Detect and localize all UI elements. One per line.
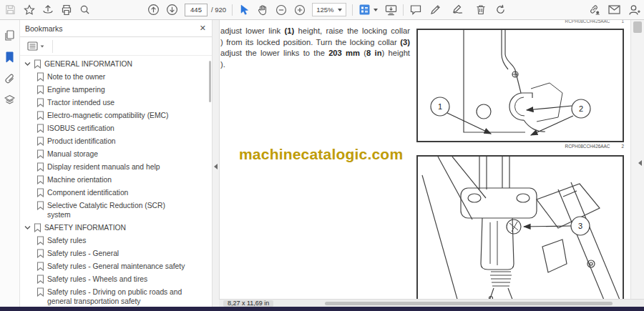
sign-icon[interactable] xyxy=(449,4,465,16)
chevron-down-icon[interactable] xyxy=(374,9,378,11)
toolbar: 445 / 920 125% xyxy=(0,0,644,20)
page-down-icon[interactable] xyxy=(166,4,178,16)
bookmark-item[interactable]: Safety rules xyxy=(20,236,212,245)
bookmarks-options-button[interactable] xyxy=(25,40,47,52)
bookmark-item-label: Electro-magnetic compatibility (EMC) xyxy=(47,111,168,120)
bookmark-item-label: ISOBUS certification xyxy=(47,124,114,133)
comment-icon[interactable] xyxy=(409,4,421,16)
bookmark-icon xyxy=(36,149,44,159)
save-icon[interactable] xyxy=(4,4,16,16)
bookmark-icon xyxy=(34,223,42,232)
callout-2-label: 2 xyxy=(579,104,583,113)
page-up-icon[interactable] xyxy=(147,4,160,16)
collapse-panel-button[interactable] xyxy=(213,162,219,172)
bookmark-item[interactable]: Safety rules - General maintenance safet… xyxy=(20,262,212,271)
bookmark-item[interactable]: Engine tampering xyxy=(20,85,212,94)
bookmark-icon xyxy=(36,137,44,146)
search-icon[interactable] xyxy=(79,4,91,16)
attachments-icon[interactable] xyxy=(4,72,16,84)
rotate-icon[interactable] xyxy=(494,4,507,16)
figure-code: RCPH08CCH425AAC xyxy=(565,20,610,24)
bookmarks-panel: Bookmarks ✕ GENERAL INFORMATION Note to … xyxy=(20,20,213,307)
bookmarks-icon[interactable] xyxy=(4,51,16,63)
bookmark-item[interactable]: Tractor intended use xyxy=(20,98,212,107)
bookmarks-options-row xyxy=(20,37,212,56)
bookmark-item-label: Safety rules - Wheels and tires xyxy=(47,275,147,284)
horizontal-scrollbar-thumb[interactable] xyxy=(325,302,613,305)
bookmark-item-label: Machine orientation xyxy=(47,175,112,184)
bookmark-item-label: Manual storage xyxy=(47,149,98,159)
page-view-icon[interactable] xyxy=(358,4,371,16)
bookmark-icon xyxy=(36,98,44,107)
figure-number: 1 xyxy=(621,20,624,24)
figure-code: RCPH08CCH426AAC xyxy=(565,144,610,149)
vertical-scrollbar[interactable] xyxy=(630,20,644,299)
figure-1: 1 2 xyxy=(416,29,624,142)
chevron-left-icon xyxy=(214,164,218,169)
tools-panel-collapse-button[interactable] xyxy=(635,157,644,169)
bookmark-section[interactable]: GENERAL INFORMATION xyxy=(20,59,212,69)
zoom-level-select[interactable]: 125% xyxy=(312,3,346,16)
taskbar-edge xyxy=(0,307,644,311)
bookmark-item[interactable]: Machine orientation xyxy=(20,175,212,184)
bookmarks-tree: GENERAL INFORMATION Note to the owner En… xyxy=(20,56,212,307)
bookmark-item[interactable]: Product identification xyxy=(20,137,212,146)
bookmark-item[interactable]: Safety rules - General xyxy=(20,249,212,258)
hand-icon[interactable] xyxy=(256,4,268,16)
chevron-down-icon[interactable] xyxy=(24,224,31,231)
bookmarks-panel-title: Bookmarks xyxy=(25,24,63,33)
star-icon[interactable] xyxy=(23,4,35,16)
bookmark-item[interactable]: Display resident manuals and help xyxy=(20,162,212,172)
bookmark-item-label: Note to the owner xyxy=(47,72,105,82)
vertical-scrollbar-thumb[interactable] xyxy=(633,21,642,33)
trash-icon[interactable] xyxy=(474,4,487,16)
document-page[interactable]: RCPH08CCH425AAC 1 adjust lower link (1) … xyxy=(220,20,630,299)
callout-1-label: 1 xyxy=(438,102,442,111)
bookmark-item[interactable]: Electro-magnetic compatibility (EMC) xyxy=(20,111,212,120)
bookmark-item[interactable]: Safety rules - Wheels and tires xyxy=(20,275,212,284)
bookmark-section[interactable]: SAFETY INFORMATION xyxy=(20,223,212,232)
bookmark-icon xyxy=(36,201,44,210)
share-upload-icon[interactable] xyxy=(42,4,54,16)
bookmark-icon xyxy=(36,188,44,197)
pencil-icon[interactable] xyxy=(429,4,441,16)
page-thumbnails-icon[interactable] xyxy=(4,29,16,41)
bookmark-item-label: Safety rules xyxy=(47,236,86,245)
add-person-icon[interactable] xyxy=(628,4,640,16)
layers-icon[interactable] xyxy=(4,94,16,106)
body-paragraph: adjust lower link (1) height, raise the … xyxy=(220,26,410,70)
bookmark-item[interactable]: Safety rules - Driving on public roads a… xyxy=(20,287,212,306)
chevron-left-icon xyxy=(638,160,642,166)
reading-mode-icon[interactable] xyxy=(385,4,397,16)
paragraph-line: ) from its locked position. Turn the loc… xyxy=(220,37,410,49)
paragraph-line: ). xyxy=(220,59,410,71)
bookmark-icon xyxy=(36,275,44,284)
bookmark-item[interactable]: Manual storage xyxy=(20,149,212,159)
pointer-icon[interactable] xyxy=(238,4,250,16)
share-link-icon[interactable] xyxy=(588,4,600,16)
zoom-in-icon[interactable] xyxy=(293,4,306,16)
bookmark-icon xyxy=(36,124,44,133)
bookmark-item[interactable]: Note to the owner xyxy=(20,72,212,82)
bookmark-item-label: Selective Catalytic Reduction (SCR) syst… xyxy=(47,201,189,219)
close-icon[interactable]: ✕ xyxy=(200,24,206,32)
print-icon[interactable] xyxy=(60,4,72,16)
bookmark-item[interactable]: Selective Catalytic Reduction (SCR) syst… xyxy=(20,201,212,219)
zoom-out-icon[interactable] xyxy=(275,4,287,16)
page-number-input[interactable]: 445 xyxy=(185,4,208,16)
toolbar-separator xyxy=(232,4,233,16)
bookmarks-panel-header: Bookmarks ✕ xyxy=(20,20,212,37)
bookmark-icon xyxy=(36,162,44,172)
paragraph-line: adjust lower link (1) height, raise the … xyxy=(220,26,410,37)
watermark-text: machinecatalogic.com xyxy=(239,146,403,163)
chevron-down-icon[interactable] xyxy=(24,61,31,67)
email-icon[interactable] xyxy=(608,4,620,16)
paragraph-line: adjust the lower links to the 203 mm (8 … xyxy=(220,48,410,59)
bookmark-item[interactable]: Component identification xyxy=(20,188,212,197)
bookmark-item[interactable]: ISOBUS certification xyxy=(20,124,212,133)
bookmarks-scrollbar-thumb[interactable] xyxy=(209,61,211,102)
bookmark-icon xyxy=(36,85,44,94)
toolbar-separator xyxy=(403,4,404,16)
toolbar-separator xyxy=(352,4,353,16)
bookmark-item-label: Display resident manuals and help xyxy=(47,162,160,172)
